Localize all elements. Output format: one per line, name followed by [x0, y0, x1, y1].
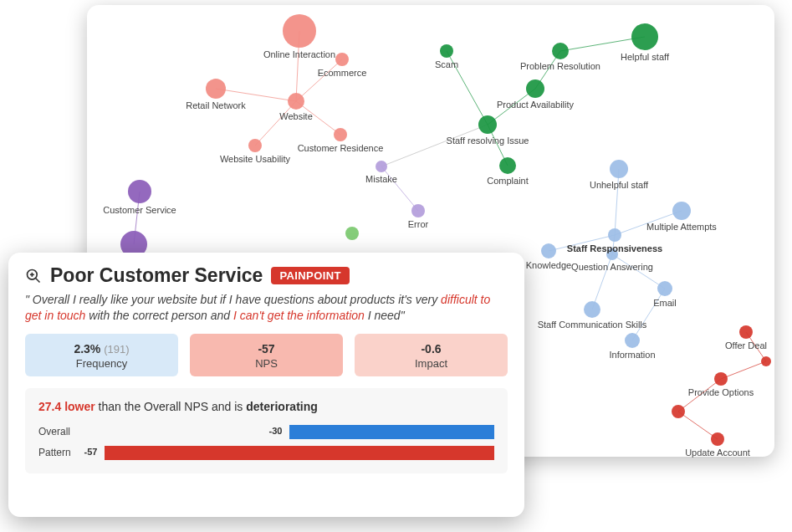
graph-label-product-availability: Product Availability: [497, 100, 574, 110]
graph-label-customer-residence: Customer Residence: [298, 143, 384, 153]
bar-label: Pattern: [38, 447, 84, 458]
graph-label-error: Error: [408, 219, 428, 229]
graph-edge: [216, 89, 296, 101]
graph-node-online-interaction[interactable]: [283, 14, 316, 48]
graph-edge: [381, 125, 488, 166]
stat-nps[interactable]: -57 NPS: [190, 334, 343, 376]
stat-label: Frequency: [25, 357, 178, 370]
graph-node-staff-responsiveness[interactable]: [608, 228, 621, 242]
graph-node-helpful-staff[interactable]: [631, 23, 658, 50]
graph-node-website[interactable]: [288, 93, 304, 110]
stats-row: 2.3% (191) Frequency -57 NPS -0.6 Impact: [25, 334, 508, 376]
graph-edge: [721, 361, 766, 379]
graph-node-problem-resolution[interactable]: [552, 43, 569, 59]
quote-text: " Overall I really like your website but…: [25, 293, 441, 306]
graph-node-offer-mid[interactable]: [672, 405, 685, 418]
graph-node-website-usability[interactable]: [248, 139, 262, 152]
graph-label-online-interaction: Online Interaction: [263, 49, 335, 59]
graph-node-product-availability[interactable]: [526, 79, 544, 98]
quote-highlight: I can't get the information: [233, 309, 365, 322]
graph-node-offer-deal-sub[interactable]: [761, 356, 771, 366]
graph-label-email: Email: [653, 298, 677, 308]
graph-label-scam: Scam: [435, 59, 458, 69]
bar-overall-value: -30: [269, 426, 283, 436]
example-quote: " Overall I really like your website but…: [25, 292, 493, 324]
graph-label-staff-resolving-issue: Staff resolving Issue: [447, 136, 529, 146]
graph-edge: [678, 412, 718, 439]
freq-value: 2.3%: [74, 342, 100, 356]
stat-label: NPS: [190, 357, 343, 370]
graph-label-multiple-attempts: Multiple Attempts: [646, 222, 717, 232]
bar-row-overall: Overall -30: [38, 425, 494, 439]
graph-node-customer-residence[interactable]: [334, 128, 347, 141]
stat-value: -0.6: [355, 342, 508, 356]
bar-track: -57: [84, 446, 494, 460]
graph-label-retail-network: Retail Network: [186, 100, 246, 110]
graph-edge: [632, 289, 665, 340]
graph-node-update-account[interactable]: [711, 432, 724, 446]
graph-edge: [615, 169, 619, 235]
graph-edge: [381, 166, 418, 211]
graph-node-information[interactable]: [625, 333, 640, 348]
freq-count: (191): [104, 343, 129, 356]
graph-node-multiple-attempts[interactable]: [672, 202, 691, 220]
graph-node-mistake[interactable]: [376, 161, 387, 172]
card-header: Poor Customer Service PAINPOINT: [25, 264, 508, 287]
bar-track: -30: [84, 425, 494, 439]
bar-pattern-value: -57: [84, 447, 98, 457]
graph-edge: [296, 59, 342, 101]
graph-label-mistake: Mistake: [365, 174, 397, 184]
stat-value: 2.3% (191): [25, 342, 178, 356]
graph-label-update-account: Update Account: [685, 448, 750, 458]
diff-value: 27.4 lower: [38, 400, 95, 413]
trend-word: deteriorating: [246, 400, 318, 413]
graph-node-retail-network[interactable]: [206, 79, 226, 99]
graph-label-customer-service: Customer Service: [103, 205, 176, 215]
svg-line-1: [36, 278, 40, 282]
graph-label-helpful-staff: Helpful staff: [621, 52, 669, 62]
cmp-mid: than the Overall NPS and is: [95, 400, 247, 413]
quote-text: with the correct person and: [85, 309, 233, 322]
bar-pattern-fill: [105, 446, 494, 460]
stat-value: -57: [190, 342, 343, 356]
graph-node-error[interactable]: [411, 204, 425, 217]
graph-label-staff-communication-skills: Staff Communication Skills: [538, 320, 647, 330]
graph-node-email[interactable]: [657, 281, 672, 296]
bar-row-pattern: Pattern -57: [38, 446, 494, 460]
graph-node-provide-options[interactable]: [714, 372, 728, 386]
graph-label-question-answering: Question Answering: [571, 262, 653, 272]
graph-node-scam[interactable]: [440, 44, 453, 58]
bar-overall-fill: [289, 425, 495, 439]
graph-node-staff-resolving-issue[interactable]: [478, 115, 497, 134]
graph-label-ecommerce: Ecommerce: [318, 68, 367, 78]
graph-node-offer-deal[interactable]: [739, 325, 753, 339]
bar-label: Overall: [38, 426, 84, 437]
graph-node-unknown-green-small[interactable]: [345, 227, 359, 240]
graph-node-customer-service[interactable]: [128, 180, 151, 203]
magnify-icon: [25, 268, 42, 284]
stat-label: Impact: [355, 357, 508, 370]
graph-label-information: Information: [609, 350, 655, 360]
quote-text: I need": [365, 309, 405, 322]
graph-label-unhelpful-staff: Unhelpful staff: [590, 180, 648, 190]
comparison-headline: 27.4 lower than the Overall NPS and is d…: [38, 400, 494, 413]
graph-edge: [255, 101, 296, 146]
graph-node-staff-communication-skills[interactable]: [584, 301, 600, 318]
graph-node-knowledge[interactable]: [541, 243, 556, 258]
stat-impact[interactable]: -0.6 Impact: [355, 334, 508, 376]
painpoint-badge: PAINPOINT: [271, 267, 349, 284]
stat-frequency[interactable]: 2.3% (191) Frequency: [25, 334, 178, 376]
graph-label-offer-deal: Offer Deal: [725, 340, 767, 350]
graph-node-complaint[interactable]: [499, 157, 516, 174]
graph-node-ecommerce[interactable]: [335, 53, 349, 66]
graph-label-website-usability: Website Usability: [220, 154, 290, 164]
graph-node-unhelpful-staff[interactable]: [610, 160, 628, 178]
graph-label-website: Website: [279, 111, 313, 121]
topic-detail-card: Poor Customer Service PAINPOINT " Overal…: [8, 253, 524, 517]
graph-label-problem-resolution: Problem Resolution: [520, 61, 600, 71]
graph-label-staff-responsiveness: Staff Responsiveness: [567, 243, 662, 253]
nps-comparison-block: 27.4 lower than the Overall NPS and is d…: [25, 388, 508, 473]
graph-label-complaint: Complaint: [487, 176, 529, 186]
card-title: Poor Customer Service: [50, 264, 263, 287]
graph-label-provide-options: Provide Options: [688, 387, 754, 397]
